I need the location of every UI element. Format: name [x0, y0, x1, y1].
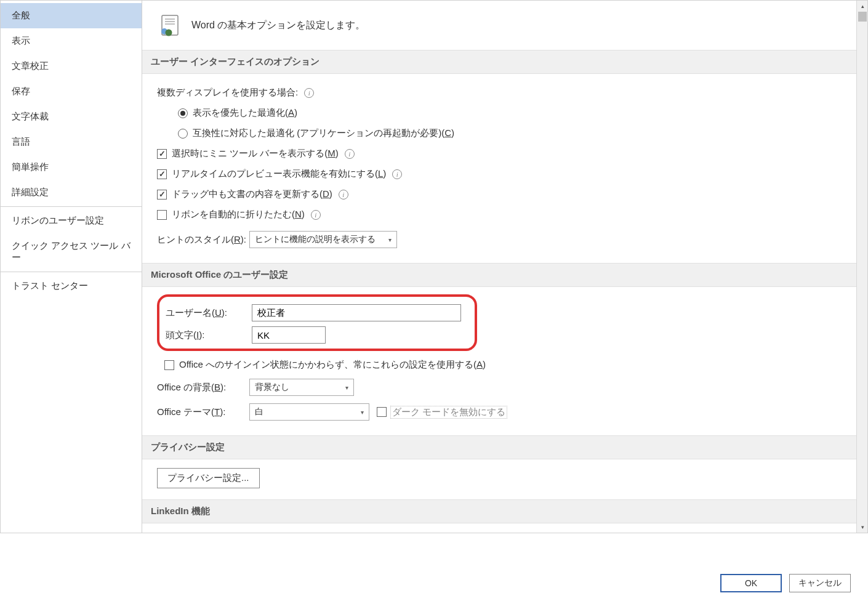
sidebar-divider — [1, 272, 142, 272]
cancel-button[interactable]: キャンセル — [789, 574, 851, 592]
ok-button[interactable]: OK — [720, 574, 782, 592]
select-value: 背景なし — [255, 382, 289, 393]
checkbox-disable-dark-mode[interactable] — [377, 407, 387, 417]
radio-optimize-compat[interactable] — [178, 129, 188, 139]
dialog-footer: OK キャンセル — [720, 574, 851, 592]
initials-label: 頭文字(I): — [166, 329, 252, 341]
sidebar-item-advanced[interactable]: 詳細設定 — [1, 180, 142, 205]
select-value: 白 — [255, 406, 263, 417]
info-icon[interactable]: i — [345, 149, 355, 159]
sidebar-item-proofing[interactable]: 文章校正 — [1, 54, 142, 79]
sidebar-label: 言語 — [12, 136, 30, 147]
sidebar-label: 表示 — [12, 35, 30, 46]
info-icon[interactable]: i — [339, 190, 348, 200]
button-label: プライバシー設定... — [167, 472, 249, 483]
vertical-scrollbar[interactable]: ▴ ▾ — [856, 1, 867, 533]
sidebar-item-trust-center[interactable]: トラスト センター — [1, 273, 142, 299]
info-icon[interactable]: i — [392, 169, 402, 179]
checkbox-drag-update[interactable] — [157, 190, 167, 200]
sidebar-item-save[interactable]: 保存 — [1, 79, 142, 104]
page-header: Word の基本オプションを設定します。 — [142, 1, 867, 50]
sidebar-item-customize-ribbon[interactable]: リボンのユーザー設定 — [1, 208, 142, 233]
office-background-select[interactable]: 背景なし — [249, 379, 354, 396]
section-header-privacy: プライバシー設定 — [142, 435, 856, 459]
sidebar-label: トラスト センター — [12, 280, 88, 291]
sidebar-label: クイック アクセス ツール バー — [12, 240, 131, 262]
sidebar-label: 文章校正 — [12, 60, 49, 71]
options-sidebar: 全般 表示 文章校正 保存 文字体裁 言語 簡単操作 詳細設定 リボンのユーザー… — [1, 1, 142, 533]
sidebar-label: 保存 — [12, 86, 30, 96]
sidebar-divider — [1, 206, 142, 207]
sidebar-item-qat[interactable]: クイック アクセス ツール バー — [1, 233, 142, 270]
sidebar-item-language[interactable]: 言語 — [1, 129, 142, 155]
checkbox-always-use-settings[interactable] — [164, 360, 174, 370]
checkbox-label: リボンを自動的に折りたたむ(N) — [172, 209, 305, 220]
scroll-up-icon[interactable]: ▴ — [857, 1, 867, 12]
initials-input[interactable] — [252, 326, 326, 344]
scroll-down-icon[interactable]: ▾ — [857, 522, 867, 533]
section-header-ui: ユーザー インターフェイスのオプション — [142, 50, 856, 74]
sidebar-label: リボンのユーザー設定 — [12, 215, 104, 225]
section-header-user: Microsoft Office のユーザー設定 — [142, 263, 856, 287]
page-title: Word の基本オプションを設定します。 — [191, 19, 365, 32]
office-theme-select[interactable]: 白 — [249, 403, 369, 421]
office-theme-label: Office テーマ(T): — [157, 406, 249, 418]
checkbox-collapse-ribbon[interactable] — [157, 210, 167, 220]
sidebar-item-typography[interactable]: 文字体裁 — [1, 104, 142, 129]
office-background-label: Office の背景(B): — [157, 382, 249, 393]
sidebar-item-ease-of-access[interactable]: 簡単操作 — [1, 155, 142, 180]
checkbox-label: 選択時にミニ ツール バーを表示する(M) — [172, 148, 339, 159]
svg-point-5 — [166, 30, 172, 36]
info-icon[interactable]: i — [304, 88, 314, 98]
darkmode-label: ダーク モードを無効にする — [390, 406, 507, 419]
checkbox-live-preview[interactable] — [157, 169, 167, 179]
checkbox-mini-toolbar[interactable] — [157, 149, 167, 159]
general-options-icon — [158, 13, 183, 38]
checkbox-label: リアルタイムのプレビュー表示機能を有効にする(L) — [172, 168, 386, 180]
checkbox-label: Office へのサインイン状態にかかわらず、常にこれらの設定を使用する(A) — [179, 359, 486, 371]
hint-style-label: ヒントのスタイル(R): — [157, 234, 249, 246]
info-icon[interactable]: i — [311, 210, 321, 220]
button-label: OK — [745, 578, 757, 588]
highlighted-user-fields: ユーザー名(U): 頭文字(I): — [157, 294, 477, 351]
username-label: ユーザー名(U): — [166, 307, 252, 319]
radio-optimize-display[interactable] — [178, 108, 188, 118]
sidebar-label: 詳細設定 — [12, 187, 49, 197]
options-content: Word の基本オプションを設定します。 ユーザー インターフェイスのオプション… — [142, 1, 867, 533]
privacy-settings-button[interactable]: プライバシー設定... — [157, 468, 260, 488]
radio-label: 表示を優先した最適化(A) — [193, 107, 297, 119]
sidebar-item-display[interactable]: 表示 — [1, 28, 142, 54]
sidebar-label: 全般 — [12, 10, 30, 20]
scroll-thumb[interactable] — [858, 12, 867, 22]
section-header-linkedin: LinkedIn 機能 — [142, 499, 856, 523]
select-value: ヒントに機能の説明を表示する — [255, 234, 376, 245]
button-label: キャンセル — [798, 578, 842, 589]
sidebar-label: 文字体裁 — [12, 111, 49, 121]
multi-display-label: 複数ディスプレイを使用する場合: — [157, 87, 298, 99]
hint-style-select[interactable]: ヒントに機能の説明を表示する — [249, 231, 397, 248]
sidebar-label: 簡単操作 — [12, 161, 49, 172]
username-input[interactable] — [252, 304, 461, 321]
checkbox-label: ドラッグ中も文書の内容を更新する(D) — [172, 188, 332, 200]
sidebar-item-general[interactable]: 全般 — [1, 3, 142, 28]
radio-label: 互換性に対応した最適化 (アプリケーションの再起動が必要)(C) — [193, 127, 454, 139]
